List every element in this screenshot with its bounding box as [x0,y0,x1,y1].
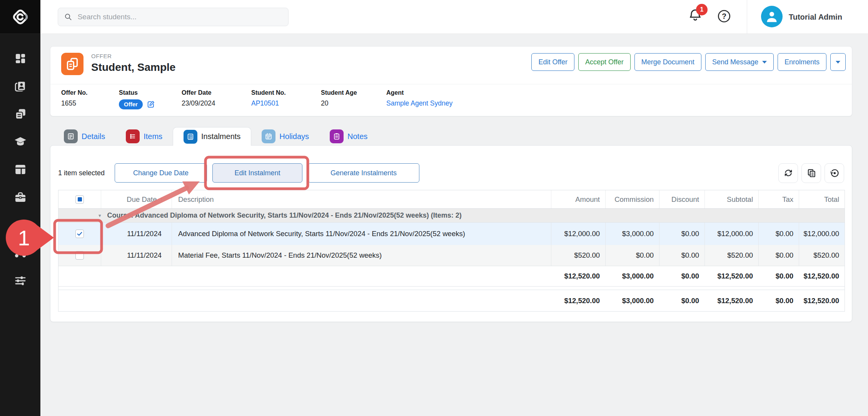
help-icon: ? [717,9,731,23]
user-avatar[interactable] [761,6,783,27]
dashboard-icon [14,52,27,65]
collapse-caret-icon[interactable]: ▾ [98,213,101,218]
footer-commission: $3,000.00 [622,272,654,280]
edit-offer-button[interactable]: Edit Offer [531,53,574,71]
commission-cell: $0.00 [636,251,654,260]
notes-tab-icon [330,129,344,143]
offer-no-field: Offer No. 1655 [61,89,119,116]
history-button[interactable] [825,163,844,183]
tab-holidays[interactable]: Holidays [251,127,319,146]
total-header[interactable]: Total [799,190,845,208]
search-icon [64,13,72,21]
instalments-panel: 1 item selected Change Due Date Edit Ins… [50,145,852,322]
sidebar-item-services[interactable] [13,190,27,204]
app-logo[interactable] [0,0,40,34]
instalments-tab-icon [184,130,197,144]
edit-status-icon[interactable] [147,100,155,109]
due-date-header[interactable]: Due Date [127,195,157,204]
edit-instalment-button[interactable]: Edit Instalment [212,163,302,183]
workflow-icon [14,246,27,259]
help-button[interactable]: ? [716,8,732,24]
student-no-link[interactable]: AP10501 [251,99,279,107]
row-checkbox-checked[interactable] [75,230,84,238]
select-all-checkbox[interactable] [75,195,84,204]
commission-cell: $3,000.00 [622,230,654,238]
selection-count-text: 1 item selected [58,169,115,177]
tab-instalments[interactable]: Instalments [173,127,251,146]
table-header-row: Due Date ↑ Description Amount Commission… [58,190,845,209]
caret-down-icon [762,61,767,64]
refresh-button[interactable] [778,163,798,183]
sidebar-item-settings[interactable] [13,273,27,287]
offer-date-label: Offer Date [182,89,251,96]
notifications-button[interactable]: 1 [688,7,704,27]
settings-sliders-icon [14,274,27,287]
student-no-field: Student No. AP10501 [251,89,321,116]
group-subtotal-row: $12,520.00 $3,000.00 $0.00 $12,520.00 $0… [58,266,845,287]
sidebar-item-timetable[interactable] [13,163,27,176]
grand-commission: $3,000.00 [622,297,654,305]
instalments-table: Due Date ↑ Description Amount Commission… [58,190,845,312]
amount-header[interactable]: Amount [551,190,605,208]
checkmark-icon [76,230,83,237]
enrolments-button[interactable]: Enrolments [778,53,826,71]
copy-button[interactable] [801,163,821,183]
sidebar-item-offers[interactable] [13,107,27,121]
discount-cell: $0.00 [681,230,699,238]
sidebar-item-finance[interactable] [13,218,27,232]
copy-icon [806,168,816,178]
tab-notes[interactable]: Notes [319,127,378,146]
svg-text:?: ? [722,12,726,20]
more-actions-button[interactable] [830,53,846,71]
due-date-cell: 11/11/2024 [127,230,162,238]
offer-tabs: Details Items Instalments Holidays Notes [58,127,378,146]
send-message-button[interactable]: Send Message [705,53,774,71]
table-row[interactable]: 11/11/2024 Advanced Diploma of Network S… [58,223,845,245]
user-name[interactable]: Tutorial Admin [789,0,842,34]
agent-field: Agent Sample Agent Sydney [386,89,852,116]
footer-discount: $0.00 [681,272,699,280]
accept-offer-button[interactable]: Accept Offer [578,53,631,71]
app-logo-icon [10,7,30,27]
subtotal-cell: $12,000.00 [717,230,753,238]
change-due-date-button[interactable]: Change Due Date [115,163,207,183]
sidebar-item-students[interactable] [13,79,27,93]
grand-discount: $0.00 [681,297,699,305]
footer-total: $12,520.00 [803,272,839,280]
entity-label: OFFER [91,53,112,59]
caret-down-icon [836,61,840,64]
agent-link[interactable]: Sample Agent Sydney [386,99,452,107]
description-header[interactable]: Description [172,190,551,208]
merge-document-button[interactable]: Merge Document [634,53,701,71]
sidebar-item-dashboard[interactable] [13,52,27,65]
sidebar-item-courses[interactable] [13,135,27,149]
row-checkbox-unchecked[interactable] [75,251,84,260]
subtotal-header[interactable]: Subtotal [704,190,758,208]
user-avatar-icon [764,9,780,24]
description-cell: Advanced Diploma of Network Security, St… [178,230,465,238]
discount-header[interactable]: Discount [659,190,704,208]
offer-date-field: Offer Date 23/09/2024 [182,89,251,116]
offer-actions: Edit Offer Accept Offer Merge Document S… [531,53,846,71]
sidebar-item-workflow[interactable] [13,246,27,260]
offer-type-icon [61,53,83,75]
footer-amount: $12,520.00 [564,272,600,280]
tab-items[interactable]: Items [115,127,173,146]
grand-subtotal: $12,520.00 [717,297,753,305]
graduation-cap-icon [14,135,27,148]
status-badge[interactable]: Offer [119,99,143,109]
refresh-icon [783,168,793,178]
sort-ascending-icon[interactable]: ↑ [160,196,164,203]
amount-cell: $12,000.00 [564,230,600,238]
footer-subtotal: $12,520.00 [717,272,753,280]
student-search[interactable] [58,8,289,26]
generate-instalments-button[interactable]: Generate Instalments [308,163,419,183]
items-tab-icon [126,129,140,143]
commission-header[interactable]: Commission [605,190,659,208]
search-input[interactable] [78,13,282,21]
tab-details[interactable]: Details [58,127,115,146]
offer-no-label: Offer No. [61,89,119,96]
discount-cell: $0.00 [681,251,699,260]
tax-header[interactable]: Tax [758,190,799,208]
table-row[interactable]: 11/11/2024 Material Fee, Starts 11/Nov/2… [58,245,845,266]
